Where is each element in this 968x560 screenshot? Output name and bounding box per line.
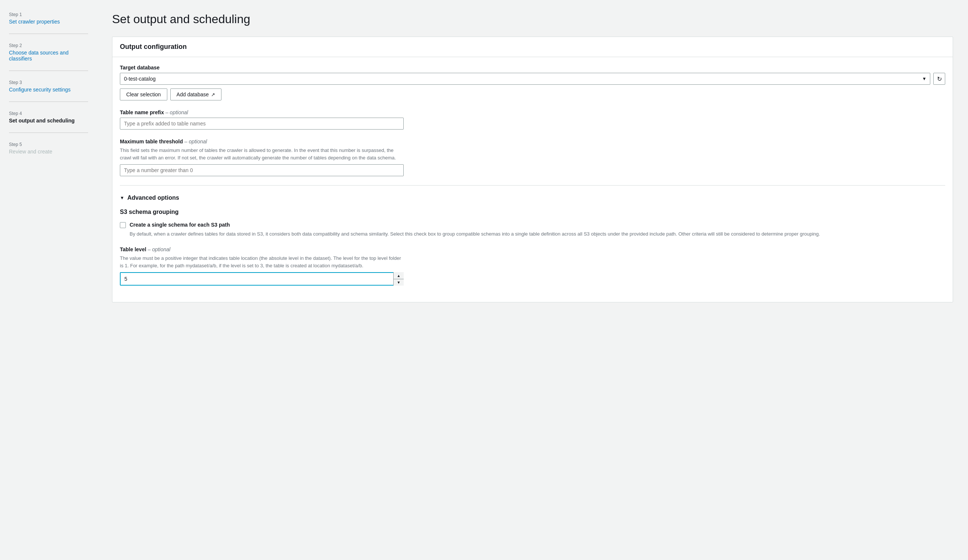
database-actions-row: Clear selection Add database ↗ [120, 88, 945, 100]
step4-label: Step 4 [9, 111, 88, 116]
single-schema-checkbox-label: Create a single schema for each S3 path [129, 221, 820, 229]
sidebar-step-5: Step 5 Review and create [9, 142, 88, 164]
external-link-icon: ↗ [211, 92, 215, 98]
sidebar-item-step5: Review and create [9, 149, 52, 154]
target-database-select[interactable]: 0-test-catalog default my-database [120, 73, 930, 85]
sidebar: Step 1 Set crawler properties Step 2 Cho… [0, 0, 97, 560]
single-schema-checkbox[interactable] [120, 222, 126, 228]
single-schema-checkbox-row: Create a single schema for each S3 path … [120, 221, 945, 237]
refresh-button[interactable]: ↻ [933, 73, 945, 85]
step2-label: Step 2 [9, 43, 88, 48]
sidebar-step-4: Step 4 Set output and scheduling [9, 111, 88, 133]
table-name-prefix-label: Table name prefix – optional [120, 109, 404, 115]
target-database-group: Target database 0-test-catalog default m… [120, 65, 945, 100]
s3-schema-grouping-title: S3 schema grouping [120, 209, 945, 215]
target-database-input-row: 0-test-catalog default my-database ▼ ↻ [120, 73, 945, 85]
spinner-down-button[interactable]: ▼ [394, 279, 404, 286]
s3-schema-grouping-group: S3 schema grouping Create a single schem… [120, 209, 945, 237]
chevron-down-icon: ▼ [120, 195, 124, 200]
target-database-select-wrapper: 0-test-catalog default my-database ▼ [120, 73, 930, 85]
sidebar-item-step4[interactable]: Set output and scheduling [9, 118, 75, 124]
spinner-up-button[interactable]: ▲ [394, 272, 404, 279]
page-title: Set output and scheduling [112, 12, 953, 26]
step1-label: Step 1 [9, 12, 88, 17]
clear-selection-button[interactable]: Clear selection [120, 88, 167, 100]
add-database-button[interactable]: Add database ↗ [170, 88, 222, 100]
sidebar-step-2: Step 2 Choose data sources and classifie… [9, 43, 88, 71]
sidebar-item-step1[interactable]: Set crawler properties [9, 19, 60, 25]
table-level-label: Table level – optional [120, 247, 404, 252]
number-spinners: ▲ ▼ [393, 272, 404, 286]
table-level-input[interactable] [120, 272, 404, 286]
sidebar-step-3: Step 3 Configure security settings [9, 80, 88, 102]
panel-body: Target database 0-test-catalog default m… [113, 57, 953, 302]
sidebar-item-step2[interactable]: Choose data sources and classifiers [9, 50, 69, 61]
panel-header: Output configuration [113, 37, 953, 57]
add-database-label: Add database [177, 91, 209, 98]
step5-label: Step 5 [9, 142, 88, 147]
max-table-threshold-input[interactable] [120, 164, 404, 176]
output-configuration-title: Output configuration [120, 43, 945, 51]
advanced-options-label: Advanced options [128, 194, 179, 201]
sidebar-item-step3[interactable]: Configure security settings [9, 87, 71, 93]
target-database-label: Target database [120, 65, 945, 71]
main-content: Set output and scheduling Output configu… [97, 0, 968, 560]
max-table-threshold-label: Maximum table threshold – optional [120, 139, 404, 144]
table-level-description: The value must be a positive integer tha… [120, 255, 404, 269]
sidebar-step-1: Step 1 Set crawler properties [9, 12, 88, 34]
table-level-group: Table level – optional The value must be… [120, 247, 404, 286]
max-table-threshold-group: Maximum table threshold – optional This … [120, 139, 404, 176]
output-configuration-panel: Output configuration Target database 0-t… [112, 36, 953, 302]
single-schema-checkbox-content: Create a single schema for each S3 path … [129, 221, 820, 237]
advanced-options-toggle[interactable]: ▼ Advanced options [120, 194, 945, 201]
table-name-prefix-group: Table name prefix – optional [120, 109, 404, 129]
table-name-prefix-input[interactable] [120, 118, 404, 129]
single-schema-checkbox-desc: By default, when a crawler defines table… [129, 230, 820, 238]
max-table-threshold-description: This field sets the maximum number of ta… [120, 147, 404, 161]
refresh-icon: ↻ [937, 75, 942, 83]
table-level-input-wrapper: ▲ ▼ [120, 272, 404, 286]
section-divider [120, 185, 945, 186]
step3-label: Step 3 [9, 80, 88, 85]
